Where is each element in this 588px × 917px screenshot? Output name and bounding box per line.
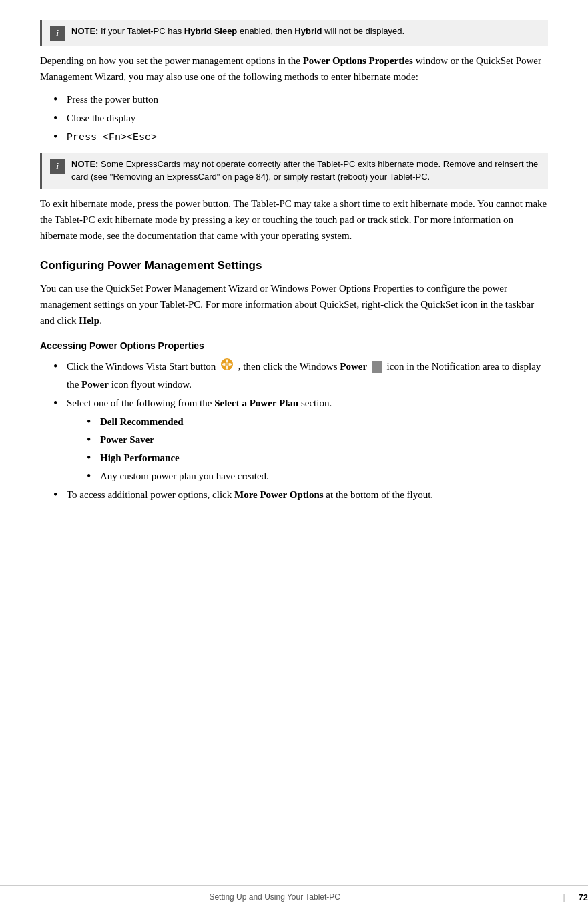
accessing-bullet-3-more: More Power Options bbox=[234, 489, 324, 500]
note-text-2: NOTE: Some ExpressCards may not operate … bbox=[71, 158, 540, 184]
note-hybrid-sleep: Hybrid Sleep bbox=[184, 26, 237, 36]
configuring-paragraph: You can use the QuickSet Power Managemen… bbox=[40, 280, 548, 328]
footer-separator: | bbox=[563, 891, 565, 903]
windows-power-icon bbox=[372, 361, 382, 373]
accessing-bullet-3-text-post: at the bottom of the flyout. bbox=[324, 489, 434, 500]
hibernate-method-1-text: Press the power button bbox=[67, 94, 158, 105]
accessing-bullet-1-power2: Power bbox=[81, 379, 109, 390]
accessing-bullet-1: Click the Windows Vista Start button , t… bbox=[53, 358, 548, 392]
note-body-1b: enabled, then bbox=[237, 26, 294, 36]
accessing-bullet-2-select: Select a Power Plan bbox=[214, 398, 298, 408]
hibernate-methods-list: Press the power button Close the display… bbox=[53, 91, 548, 146]
accessing-bullet-1-text-mid: , then click the Windows bbox=[238, 361, 340, 372]
footer-page-number: 72 bbox=[579, 891, 588, 904]
configuring-heading: Configuring Power Management Settings bbox=[40, 257, 548, 274]
windows-start-icon bbox=[220, 358, 234, 376]
accessing-bullet-1-text-pre: Click the Windows Vista Start button bbox=[67, 361, 216, 372]
power-plan-dell: Dell Recommended bbox=[100, 416, 184, 427]
note-icon-1: i bbox=[50, 26, 65, 41]
accessing-bullet-2: Select one of the following from the Sel… bbox=[53, 395, 548, 484]
intro-paragraph: Depending on how you set the power manag… bbox=[40, 53, 548, 85]
note-prefix-2: NOTE: bbox=[71, 159, 98, 169]
footer-text: Setting Up and Using Your Tablet-PC bbox=[0, 891, 549, 903]
note-body-1a: If your Tablet-PC has bbox=[101, 26, 184, 36]
accessing-bullets-list: Click the Windows Vista Start button , t… bbox=[53, 358, 548, 503]
note-text-1: NOTE: If your Tablet-PC has Hybrid Sleep… bbox=[71, 25, 404, 38]
power-options-properties: Power Options Properties bbox=[303, 55, 413, 66]
hibernate-method-3-text: Press <Fn><Esc> bbox=[67, 132, 157, 143]
hibernate-method-2-text: Close the display bbox=[67, 113, 135, 123]
power-plan-high: High Performance bbox=[100, 452, 180, 463]
power-plan-item-3: High Performance bbox=[87, 450, 548, 466]
note-hybrid: Hybrid bbox=[294, 26, 322, 36]
accessing-bullet-3-text-pre: To access additional power options, clic… bbox=[67, 489, 234, 500]
svg-point-1 bbox=[225, 362, 229, 366]
exit-paragraph: To exit hibernate mode, press the power … bbox=[40, 196, 548, 244]
note-prefix-1: NOTE: bbox=[71, 26, 98, 36]
power-plan-item-4: Any custom power plan you have created. bbox=[87, 468, 548, 484]
accessing-bullet-1-text-end: icon flyout window. bbox=[109, 379, 192, 390]
accessing-bullet-2-text-post: section. bbox=[298, 398, 332, 408]
note-body-2: Some ExpressCards may not operate correc… bbox=[71, 159, 538, 182]
exit-paragraph-text: To exit hibernate mode, press the power … bbox=[40, 198, 547, 241]
power-plan-saver: Power Saver bbox=[100, 434, 154, 445]
intro-text-1: Depending on how you set the power manag… bbox=[40, 55, 303, 66]
note-body-1c: will not be displayed. bbox=[322, 26, 405, 36]
accessing-bullet-1-power: Power bbox=[340, 361, 367, 372]
power-plan-sub-list: Dell Recommended Power Saver High Perfor… bbox=[87, 414, 548, 484]
power-plan-item-1: Dell Recommended bbox=[87, 414, 548, 430]
power-plan-item-2: Power Saver bbox=[87, 432, 548, 448]
hibernate-method-3: Press <Fn><Esc> bbox=[53, 129, 548, 146]
accessing-bullet-2-text-pre: Select one of the following from the bbox=[67, 398, 214, 408]
config-help: Help bbox=[79, 315, 99, 326]
accessing-heading: Accessing Power Options Properties bbox=[40, 339, 548, 353]
note-box-1: i NOTE: If your Tablet-PC has Hybrid Sle… bbox=[40, 20, 548, 46]
note-icon-2: i bbox=[50, 159, 65, 174]
config-text-2: . bbox=[99, 315, 102, 326]
page-footer: Setting Up and Using Your Tablet-PC | 72 bbox=[0, 885, 588, 904]
hibernate-method-2: Close the display bbox=[53, 110, 548, 126]
note-box-2: i NOTE: Some ExpressCards may not operat… bbox=[40, 153, 548, 189]
config-text-1: You can use the QuickSet Power Managemen… bbox=[40, 283, 534, 326]
power-plan-custom: Any custom power plan you have created. bbox=[100, 471, 269, 481]
hibernate-method-1: Press the power button bbox=[53, 91, 548, 107]
accessing-bullet-3: To access additional power options, clic… bbox=[53, 487, 548, 503]
